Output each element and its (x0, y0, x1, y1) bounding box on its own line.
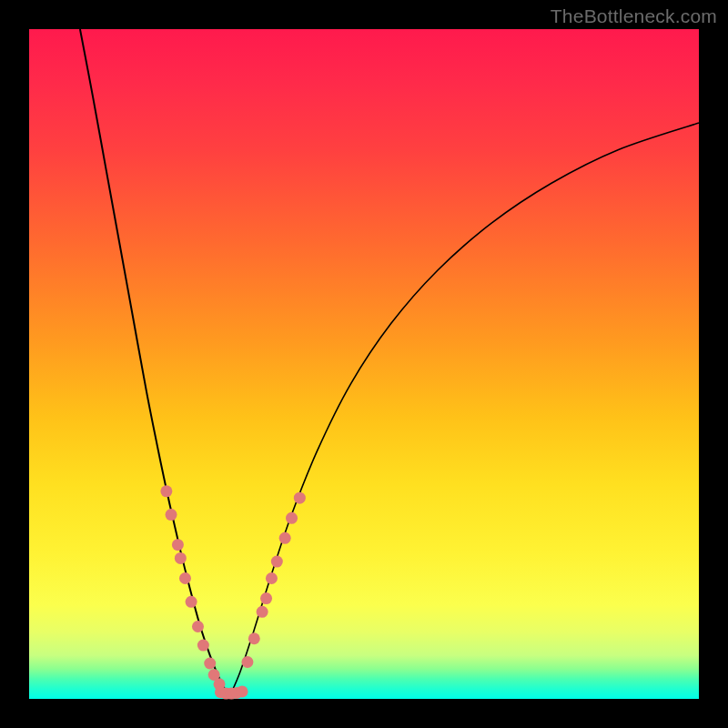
series-left-branch (80, 29, 230, 695)
data-point (166, 509, 177, 521)
data-point (179, 572, 191, 584)
data-point (241, 656, 253, 668)
data-point (248, 632, 260, 644)
watermark-text: TheBottleneck.com (551, 5, 717, 27)
data-point (237, 685, 248, 697)
data-point (172, 539, 184, 551)
data-point (186, 596, 197, 608)
data-point (257, 606, 268, 618)
marker-group (160, 485, 305, 699)
data-point (175, 552, 187, 564)
chart-svg (29, 29, 699, 699)
data-point (294, 492, 306, 504)
data-point (266, 572, 278, 584)
data-point (192, 621, 204, 632)
data-point (279, 532, 291, 544)
data-point (160, 485, 172, 497)
chart-frame: TheBottleneck.com (0, 0, 728, 728)
data-point (286, 512, 298, 524)
data-point (271, 556, 283, 568)
data-point (260, 592, 272, 604)
data-point (204, 657, 216, 669)
data-point (197, 640, 209, 652)
plot-area (29, 29, 699, 699)
series-right-branch (230, 123, 699, 695)
